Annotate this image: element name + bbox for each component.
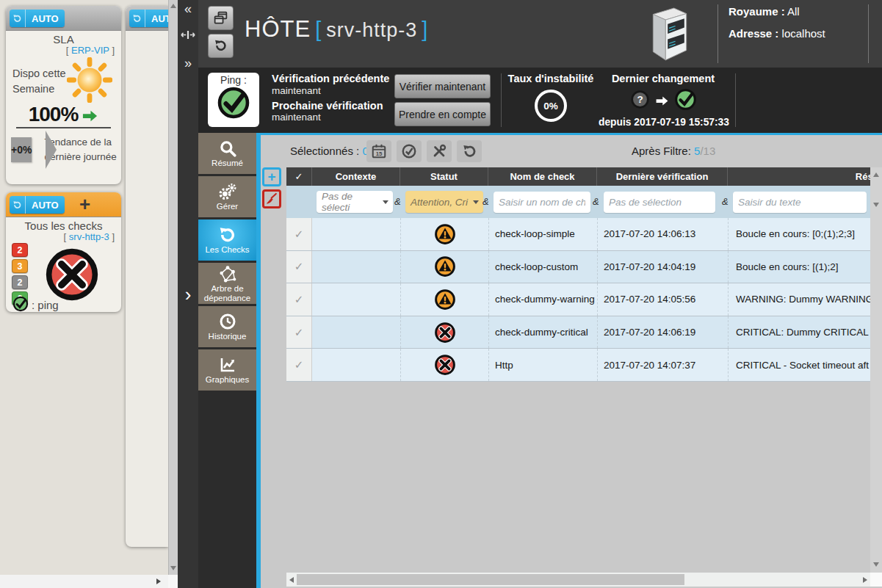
contexte-filter-select[interactable]: Pas de sélecti	[317, 191, 393, 213]
column-statut[interactable]: Statut	[400, 167, 488, 186]
checks-widget-header: AUTO +	[6, 192, 121, 217]
acknowledge-button[interactable]: Prendre en compte	[394, 102, 491, 126]
clear-filter-button[interactable]	[262, 189, 281, 208]
sla-link[interactable]: [ ERP-VIP ]	[6, 45, 121, 56]
caret-down-icon	[473, 200, 479, 204]
column-derniere-verification[interactable]: Dernière vérification	[597, 167, 728, 186]
next-check-value: maintenant	[272, 112, 395, 123]
server-icon	[645, 4, 695, 65]
scroll-right-icon[interactable]	[156, 578, 161, 584]
sla-value: 100%	[6, 103, 121, 126]
fix-button[interactable]	[427, 140, 452, 162]
row-select-cell[interactable]: ✓	[286, 251, 312, 283]
expand-sidebar-icon[interactable]: »	[178, 56, 198, 71]
contexte-cell	[312, 349, 400, 381]
undo-icon	[218, 225, 236, 244]
sidebar-vertical-scrollbar[interactable]	[168, 0, 178, 575]
column-resultat[interactable]: Résultat	[728, 167, 870, 186]
checks-link[interactable]: [ srv-http-3 ]	[6, 231, 121, 242]
last-change-since: depuis 2017-07-19 15:57:33	[599, 117, 728, 128]
warning-icon	[434, 223, 456, 245]
sla-title: SLA	[6, 33, 121, 46]
scroll-right-icon[interactable]	[863, 577, 867, 583]
address-value: localhost	[782, 27, 825, 40]
partial-auto-button[interactable]: AUT	[129, 10, 168, 27]
host-header: HÔTE[srv-http-3] Royaume : All Adresse :…	[198, 0, 882, 68]
result-cell: WARNING: Dummy WARNING	[728, 283, 870, 316]
row-select-cell[interactable]: ✓	[286, 283, 312, 316]
check-now-button[interactable]: Vérifier maintenant	[394, 74, 491, 98]
column-contexte[interactable]: Contexte	[312, 167, 400, 186]
tab-historique[interactable]: Historique	[198, 306, 256, 347]
status-bar: Ping : Vérification précédente maintenan…	[198, 68, 882, 133]
statut-filter-select[interactable]: Attention, Cri	[405, 191, 483, 213]
sla-auto-button[interactable]: AUTO	[10, 10, 65, 27]
select-all-icon[interactable]: ✓	[286, 167, 312, 186]
tab-gerer[interactable]: Gérer	[198, 176, 256, 217]
table-row[interactable]: ✓ check-loop-custom 2017-07-20 14:04:19 …	[286, 251, 870, 284]
scroll-down-icon[interactable]	[873, 203, 879, 207]
clock-icon	[219, 312, 236, 331]
ping-status-tile[interactable]: Ping :	[208, 73, 259, 127]
status-cell	[400, 316, 488, 349]
scroll-down-icon[interactable]	[873, 562, 879, 567]
critical-count-badge: 2	[12, 243, 28, 257]
check-name-filter-input[interactable]	[494, 192, 590, 213]
add-widget-icon[interactable]: +	[79, 193, 90, 216]
resize-handle-icon[interactable]	[178, 29, 198, 43]
divider	[717, 4, 718, 63]
main-panel: HÔTE[srv-http-3] Royaume : All Adresse :…	[198, 0, 882, 588]
result-cell: CRITICAL: Dummy CRITICAL	[728, 316, 870, 349]
row-select-cell[interactable]: ✓	[286, 218, 312, 250]
tab-arbre-dependance[interactable]: Arbre de dépendance	[198, 263, 256, 304]
last-check-cell: 2017-07-20 14:07:37	[597, 349, 728, 381]
collapse-sidebar-icon[interactable]: «	[178, 1, 198, 17]
refresh-button[interactable]	[208, 34, 234, 58]
legend-label: : ping	[32, 299, 59, 311]
unknown-icon	[630, 90, 650, 112]
result-filter-input[interactable]	[733, 192, 867, 213]
table-row[interactable]: ✓ Http 2017-07-20 14:07:37 CRITICAL - So…	[286, 349, 870, 382]
tab-graphiques[interactable]: Graphiques	[198, 349, 256, 391]
dependency-tree-icon	[218, 264, 237, 283]
table-row[interactable]: ✓ check-dummy-critical 2017-07-20 14:06:…	[286, 316, 870, 349]
scroll-up-icon[interactable]	[170, 4, 176, 8]
tab-les-checks[interactable]: Les Checks	[198, 219, 256, 261]
table-row[interactable]: ✓ check-loop-simple 2017-07-20 14:06:13 …	[286, 218, 870, 251]
gears-icon	[218, 182, 236, 201]
scrollbar-thumb[interactable]	[297, 574, 684, 585]
scroll-down-icon[interactable]	[170, 566, 176, 570]
chevron-right-icon[interactable]: ›	[178, 283, 198, 306]
column-nom-de-check[interactable]: Nom de check	[488, 167, 597, 186]
check-name-cell: check-loop-custom	[488, 251, 597, 283]
verification-filter-input[interactable]	[604, 192, 715, 213]
checks-table: ✓ Contexte Statut Nom de check Dernière …	[286, 167, 870, 382]
recheck-button[interactable]	[457, 140, 482, 162]
windows-button[interactable]	[208, 6, 234, 30]
result-cell: Boucle en cours: [(1);2]	[728, 251, 870, 283]
checks-title: Tous les checks	[6, 219, 121, 232]
checks-auto-button[interactable]: AUTO	[10, 196, 65, 214]
and-operator: &	[593, 196, 599, 207]
refresh-icon	[10, 196, 26, 214]
last-change-box: Dernier changement depuis 2017-07-19 15:…	[599, 73, 728, 128]
row-select-cell[interactable]: ✓	[286, 316, 312, 349]
green-arrow-icon	[82, 109, 98, 123]
scroll-left-icon[interactable]	[289, 577, 294, 583]
after-filter-count: Après Filtre: 5/13	[632, 145, 715, 157]
partial-widget-header: AUT	[126, 6, 168, 31]
realm-value: All	[787, 5, 800, 18]
flapping-box: Taux d'instabilité 0%	[503, 73, 599, 122]
table-vertical-scrollbar[interactable]	[870, 167, 882, 573]
table-horizontal-scrollbar[interactable]	[286, 573, 870, 587]
row-select-cell[interactable]: ✓	[286, 349, 312, 381]
sidebar-horizontal-scrollbar[interactable]	[0, 575, 168, 588]
table-header: ✓ Contexte Statut Nom de check Dernière …	[286, 167, 870, 186]
refresh-icon	[10, 10, 26, 27]
scroll-up-icon[interactable]	[873, 173, 879, 177]
add-filter-button[interactable]: +	[262, 167, 281, 186]
acknowledge-selection-button[interactable]	[397, 140, 422, 162]
tab-resume[interactable]: Résumé	[198, 133, 256, 174]
schedule-button[interactable]	[366, 140, 391, 162]
table-row[interactable]: ✓ check-dummy-warning 2017-07-20 14:05:5…	[286, 283, 870, 316]
